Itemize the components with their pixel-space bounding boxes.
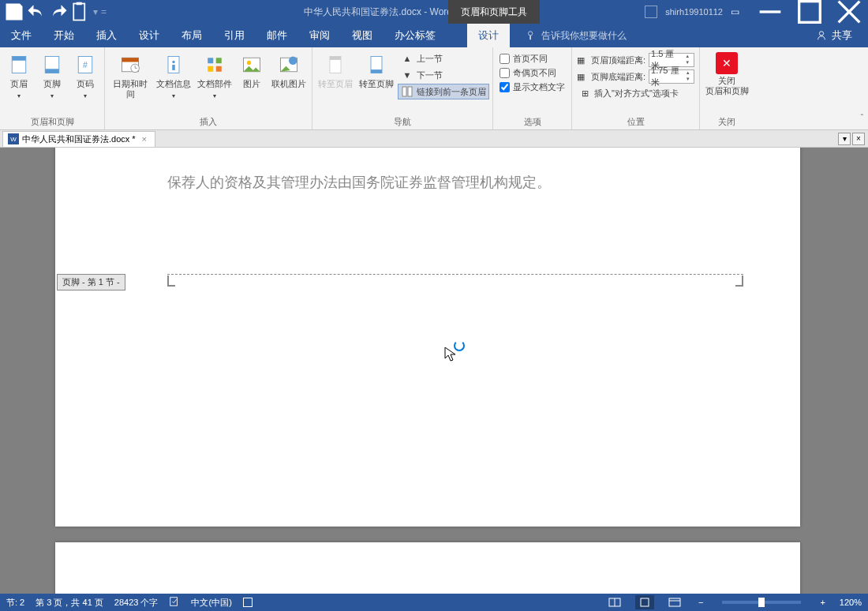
tab-insert[interactable]: 插入 xyxy=(85,24,128,47)
insert-align-tab-button[interactable]: ⊞插入"对齐方式"选项卡 xyxy=(575,85,696,101)
next-section-button[interactable]: ▼下一节 xyxy=(398,67,489,83)
tab-office-tab[interactable]: 办公标签 xyxy=(383,24,447,47)
ribbon-display-icon[interactable]: ▭ xyxy=(731,6,746,17)
header-icon xyxy=(6,52,32,77)
group-label-options: 选项 xyxy=(496,114,568,129)
user-name[interactable]: shirh19910112 xyxy=(665,7,723,17)
document-tab-bar: W 中华人民共和国证券法.docx * × ▾ × xyxy=(0,130,868,148)
svg-point-6 xyxy=(529,32,533,36)
group-close: ✕ 关闭 页眉和页脚 关闭 xyxy=(700,47,754,129)
spellcheck-icon[interactable] xyxy=(169,596,180,609)
svg-rect-40 xyxy=(641,598,649,606)
close-x-icon: ✕ xyxy=(716,52,738,74)
maximize-button[interactable] xyxy=(794,0,825,24)
different-first-checkbox[interactable]: 首页不同 xyxy=(496,52,568,66)
macro-record-icon[interactable] xyxy=(243,598,253,607)
group-label-nav: 导航 xyxy=(316,114,489,129)
ribbon-collapse-button[interactable]: ˆ xyxy=(861,114,863,122)
ribbon: 页眉▾ 页脚▾ # 页码▾ 页眉和页脚 日期和时间 文档信息▾ xyxy=(0,47,868,130)
svg-text:#: # xyxy=(83,60,88,69)
tab-file[interactable]: 文件 xyxy=(0,24,43,47)
status-language[interactable]: 中文(中国) xyxy=(191,597,231,609)
svg-point-21 xyxy=(172,61,175,64)
cursor-arrow-icon xyxy=(444,347,457,362)
contextual-tab-label: 页眉和页脚工具 xyxy=(448,0,540,24)
svg-rect-0 xyxy=(73,4,84,21)
document-area[interactable]: 保荐人的资格及其管理办法由国务院证券监督管理机构规定。 页脚 - 第 1 节 -… xyxy=(0,148,868,594)
goto-footer-button[interactable]: 转至页脚 xyxy=(357,51,396,91)
page-number-button[interactable]: # 页码▾ xyxy=(69,51,101,103)
status-word-count[interactable]: 28423 个字 xyxy=(114,597,159,609)
date-time-button[interactable]: 日期和时间 xyxy=(108,51,152,101)
svg-rect-35 xyxy=(402,87,406,96)
svg-rect-16 xyxy=(122,58,139,62)
status-page[interactable]: 第 3 页，共 41 页 xyxy=(36,597,103,609)
header-button[interactable]: 页眉▾ xyxy=(3,51,35,103)
tab-view[interactable]: 视图 xyxy=(341,24,383,47)
calendar-icon xyxy=(118,52,143,77)
word-doc-icon: W xyxy=(8,133,19,144)
link-previous-button[interactable]: 链接到前一条页眉 xyxy=(398,84,489,99)
close-header-footer-button[interactable]: ✕ 关闭 页眉和页脚 xyxy=(703,51,750,98)
save-button[interactable] xyxy=(3,1,25,23)
read-mode-button[interactable] xyxy=(605,595,624,609)
tab-review[interactable]: 审阅 xyxy=(298,24,341,47)
footer-section-1-tag: 页脚 - 第 1 节 - xyxy=(57,274,125,291)
tab-design-main[interactable]: 设计 xyxy=(128,24,170,47)
footer-bottom-input[interactable]: 1.75 厘米▲▼ xyxy=(649,69,694,84)
tab-design-context[interactable]: 设计 xyxy=(467,24,510,47)
undo-button[interactable] xyxy=(25,1,47,23)
group-insert: 日期和时间 文档信息▾ 文档部件▾ 图片 联机图片 插入 xyxy=(105,47,312,129)
zoom-slider[interactable] xyxy=(722,601,801,604)
tab-dropdown-button[interactable]: ▾ xyxy=(838,133,851,145)
footer-button[interactable]: 页脚▾ xyxy=(36,51,68,103)
picture-button[interactable]: 图片 xyxy=(236,51,268,91)
close-window-button[interactable] xyxy=(833,0,865,24)
prev-section-button[interactable]: ▲上一节 xyxy=(398,51,489,66)
zoom-in-button[interactable]: + xyxy=(817,598,828,607)
paste-button[interactable] xyxy=(69,1,92,23)
svg-rect-37 xyxy=(170,598,178,606)
group-header-footer: 页眉▾ 页脚▾ # 页码▾ 页眉和页脚 xyxy=(0,47,105,129)
redo-button[interactable] xyxy=(47,1,69,23)
svg-rect-32 xyxy=(330,57,341,60)
tell-me-search[interactable]: 告诉我你想要做什么 xyxy=(526,24,627,47)
account-icon[interactable] xyxy=(645,6,657,18)
group-label-insert: 插入 xyxy=(108,114,309,129)
doc-parts-button[interactable]: 文档部件▾ xyxy=(195,51,234,103)
group-position: ▦ 页眉顶端距离: 1.5 厘米▲▼ ▦ 页脚底端距离: 1.75 厘米▲▼ ⊞… xyxy=(572,47,700,129)
doc-info-button[interactable]: 文档信息▾ xyxy=(154,51,193,103)
svg-rect-34 xyxy=(371,69,382,73)
footer-bottom-label: 页脚底端距离: xyxy=(591,71,645,83)
picture-icon xyxy=(239,52,264,77)
zoom-out-button[interactable]: − xyxy=(695,598,706,607)
group-label-close: 关闭 xyxy=(703,114,750,129)
online-picture-button[interactable]: 联机图片 xyxy=(269,51,309,91)
minimize-button[interactable] xyxy=(754,0,786,24)
different-oddeven-checkbox[interactable]: 奇偶页不同 xyxy=(496,66,568,80)
share-button[interactable]: 共享 xyxy=(816,24,868,47)
header-distance-icon: ▦ xyxy=(577,55,588,66)
show-doc-text-checkbox[interactable]: 显示文档文字 xyxy=(496,81,568,94)
tab-close-all-button[interactable]: × xyxy=(852,133,865,145)
tab-mailings[interactable]: 邮件 xyxy=(256,24,298,47)
svg-rect-10 xyxy=(12,57,26,61)
zoom-level[interactable]: 120% xyxy=(840,598,862,607)
document-tab[interactable]: W 中华人民共和国证券法.docx * × xyxy=(2,131,155,147)
svg-rect-24 xyxy=(216,58,222,63)
up-arrow-icon: ▲ xyxy=(401,52,413,65)
page-2: ↲ 页脚 - 第 2 节 - 与上一节相同 第十二条° 设立股份有限公司公开发行… xyxy=(55,542,800,594)
group-navigation: 转至页眉 转至页脚 ▲上一节 ▼下一节 链接到前一条页眉 导航 xyxy=(312,47,493,129)
status-section[interactable]: 节: 2 xyxy=(6,597,24,609)
page-1: 保荐人的资格及其管理办法由国务院证券监督管理机构规定。 页脚 - 第 1 节 - xyxy=(55,148,800,527)
svg-rect-1 xyxy=(77,2,82,6)
tab-references[interactable]: 引用 xyxy=(213,24,256,47)
svg-point-8 xyxy=(819,32,823,36)
print-layout-button[interactable] xyxy=(635,595,654,609)
web-layout-button[interactable] xyxy=(665,595,684,609)
tab-home[interactable]: 开始 xyxy=(43,24,85,47)
group-label-hf: 页眉和页脚 xyxy=(3,114,101,129)
tab-layout[interactable]: 布局 xyxy=(170,24,213,47)
title-bar: ▾ = 中华人民共和国证券法.docx - Word 页眉和页脚工具 shirh… xyxy=(0,0,868,24)
document-tab-close[interactable]: × xyxy=(139,133,150,144)
